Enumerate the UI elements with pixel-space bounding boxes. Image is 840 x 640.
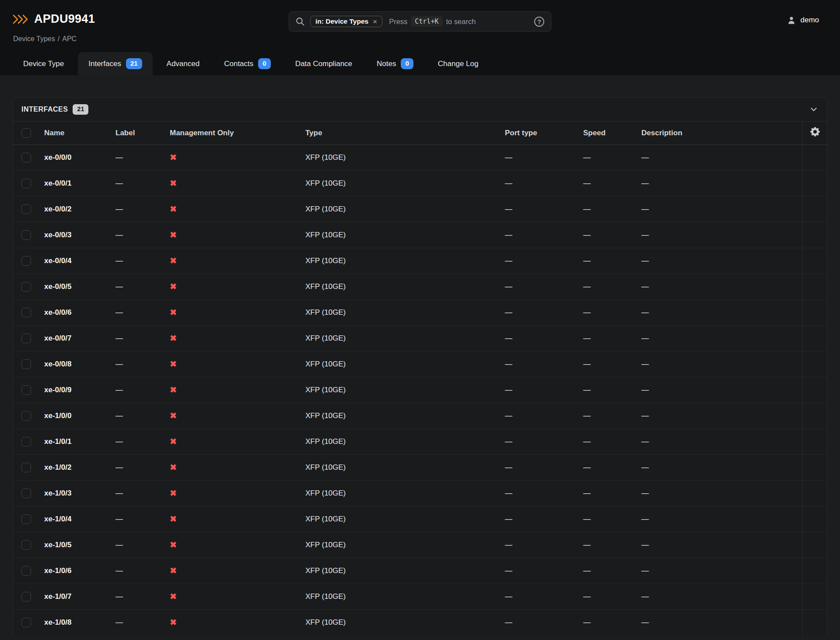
label-cell: —: [110, 558, 164, 584]
tab-interfaces[interactable]: Interfaces 21: [78, 52, 152, 75]
row-checkbox[interactable]: [21, 204, 31, 214]
interface-name-link[interactable]: xe-0/0/3: [44, 231, 71, 239]
column-header-type[interactable]: Type: [300, 122, 500, 144]
row-checkbox[interactable]: [21, 308, 31, 317]
type-cell: XFP (10GE): [300, 144, 500, 170]
collapse-chevron-icon[interactable]: [809, 105, 819, 114]
user-menu[interactable]: demo: [787, 16, 819, 25]
row-checkbox[interactable]: [21, 359, 31, 369]
interface-name-link[interactable]: xe-0/0/2: [44, 205, 71, 213]
row-checkbox[interactable]: [21, 540, 31, 550]
type-cell: XFP (10GE): [300, 480, 500, 506]
false-icon: ✖: [170, 514, 177, 524]
description-cell: —: [636, 196, 802, 222]
interface-name-link[interactable]: xe-1/0/1: [44, 437, 71, 446]
tab-advanced[interactable]: Advanced: [156, 52, 210, 75]
false-icon: ✖: [170, 230, 177, 239]
interface-name-link[interactable]: xe-0/0/9: [44, 386, 71, 394]
row-checkbox[interactable]: [21, 592, 31, 601]
tab-notes-badge: 0: [401, 58, 413, 69]
interface-name-link[interactable]: xe-0/0/5: [44, 282, 71, 291]
label-cell: —: [110, 454, 164, 480]
type-cell: XFP (10GE): [300, 609, 500, 635]
speed-cell: —: [578, 196, 636, 222]
column-header-port-type[interactable]: Port type: [500, 122, 578, 144]
interface-name-link[interactable]: xe-1/0/0: [44, 411, 71, 420]
type-cell: XFP (10GE): [300, 351, 500, 377]
row-checkbox[interactable]: [21, 514, 31, 524]
table-config-button[interactable]: [810, 127, 820, 137]
row-checkbox[interactable]: [21, 256, 31, 266]
page-body: INTERFACES 21 Name Label Management Only: [0, 75, 840, 640]
false-icon: ✖: [170, 437, 177, 446]
table-row: xe-1/0/0 — ✖ XFP (10GE) — — —: [13, 403, 828, 429]
table-row: xe-0/0/4 — ✖ XFP (10GE) — — —: [13, 248, 828, 274]
search-filter-chip[interactable]: in: Device Types ×: [310, 16, 382, 27]
false-icon: ✖: [170, 566, 177, 575]
tab-contacts[interactable]: Contacts 0: [214, 52, 281, 75]
panel-title: INTERFACES: [21, 105, 68, 113]
breadcrumb-item-device-types[interactable]: Device Types: [13, 35, 55, 42]
port-type-cell: —: [500, 506, 578, 532]
interface-name-link[interactable]: xe-0/0/8: [44, 360, 71, 368]
interface-name-link[interactable]: xe-1/0/6: [44, 566, 71, 575]
row-checkbox[interactable]: [21, 230, 31, 240]
interface-name-link[interactable]: xe-0/0/1: [44, 179, 71, 187]
table-row: xe-0/0/9 — ✖ XFP (10GE) — — —: [13, 377, 828, 403]
row-checkbox[interactable]: [21, 566, 31, 576]
port-type-cell: —: [500, 609, 578, 635]
interface-name-link[interactable]: xe-0/0/4: [44, 257, 71, 265]
breadcrumb-item-apc[interactable]: APC: [62, 35, 77, 42]
row-checkbox[interactable]: [21, 489, 31, 498]
row-checkbox[interactable]: [21, 618, 31, 627]
type-cell: XFP (10GE): [300, 403, 500, 429]
speed-cell: —: [578, 325, 636, 351]
interface-name-link[interactable]: xe-0/0/0: [44, 153, 71, 162]
interface-name-link[interactable]: xe-1/0/4: [44, 515, 71, 523]
column-header-description[interactable]: Description: [636, 122, 802, 144]
column-header-label[interactable]: Label: [110, 122, 164, 144]
interface-name-link[interactable]: xe-0/0/7: [44, 334, 71, 342]
management-only-cell: ✖: [164, 480, 300, 506]
tab-data-compliance[interactable]: Data Compliance: [285, 52, 363, 75]
interface-name-link[interactable]: xe-1/0/2: [44, 463, 71, 471]
row-checkbox[interactable]: [21, 334, 31, 343]
search-icon: [296, 17, 304, 26]
row-checkbox[interactable]: [21, 282, 31, 292]
description-cell: —: [636, 480, 802, 506]
row-checkbox[interactable]: [21, 179, 31, 188]
interface-name-link[interactable]: xe-1/0/8: [44, 618, 71, 626]
interface-name-link[interactable]: xe-0/0/6: [44, 308, 71, 316]
user-icon: [787, 16, 796, 25]
row-checkbox[interactable]: [21, 411, 31, 421]
interface-name-link[interactable]: xe-1/0/5: [44, 541, 71, 549]
netbox-logo-icon[interactable]: [13, 14, 28, 24]
table-header-row: Name Label Management Only Type Port typ…: [13, 122, 828, 144]
row-checkbox[interactable]: [21, 153, 31, 162]
select-all-checkbox[interactable]: [21, 128, 31, 138]
column-header-name[interactable]: Name: [39, 122, 110, 144]
chip-label: in: Device Types: [315, 18, 368, 25]
interface-name-link[interactable]: xe-1/0/3: [44, 489, 71, 497]
row-checkbox[interactable]: [21, 437, 31, 447]
management-only-cell: ✖: [164, 377, 300, 403]
interface-name-link[interactable]: xe-1/0/7: [44, 592, 71, 601]
table-row: xe-0/0/7 — ✖ XFP (10GE) — — —: [13, 325, 828, 351]
type-cell: XFP (10GE): [300, 532, 500, 558]
speed-cell: —: [578, 532, 636, 558]
row-checkbox[interactable]: [21, 385, 31, 395]
column-header-speed[interactable]: Speed: [578, 122, 636, 144]
row-actions-cell: [802, 609, 828, 635]
row-checkbox[interactable]: [21, 463, 31, 472]
type-cell: XFP (10GE): [300, 325, 500, 351]
tab-notes[interactable]: Notes 0: [366, 52, 424, 75]
global-search[interactable]: in: Device Types × Press Ctrl+K to searc…: [289, 11, 551, 32]
description-cell: —: [636, 248, 802, 274]
tab-change-log[interactable]: Change Log: [427, 52, 489, 75]
chip-remove-icon[interactable]: ×: [373, 18, 377, 25]
tab-bar: Device Type Interfaces 21 Advanced Conta…: [13, 52, 492, 75]
tab-device-type[interactable]: Device Type: [13, 52, 74, 75]
help-icon[interactable]: ?: [534, 17, 544, 27]
column-header-management-only[interactable]: Management Only: [164, 122, 300, 144]
false-icon: ✖: [170, 359, 177, 369]
